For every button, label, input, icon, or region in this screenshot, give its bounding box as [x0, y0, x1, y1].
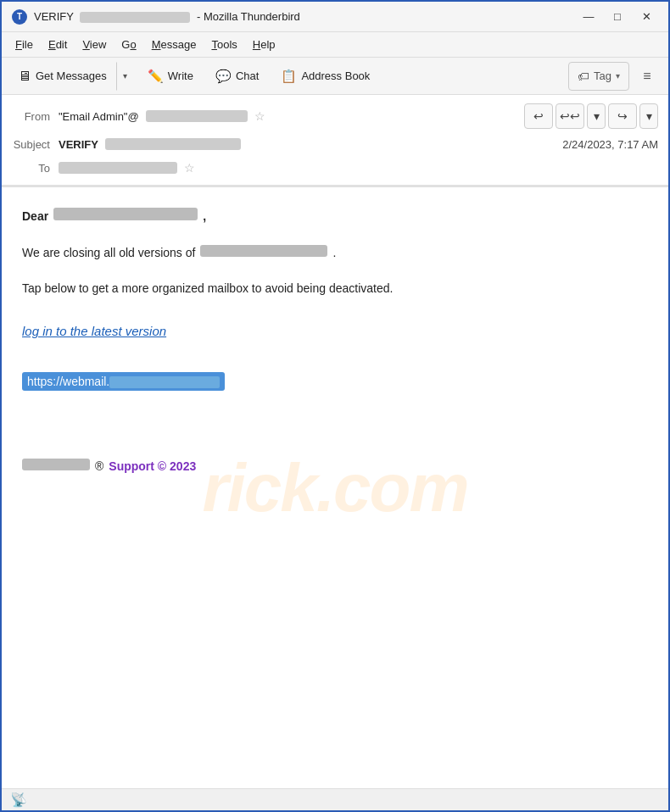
menu-message[interactable]: Message [145, 36, 204, 53]
menu-file[interactable]: File [8, 36, 40, 53]
address-book-icon: 📋 [281, 69, 297, 84]
forward-dropdown-button[interactable]: ▾ [639, 103, 658, 129]
minimize-button[interactable]: — [577, 8, 600, 26]
from-value: "Email Admin"@ ☆ [59, 109, 524, 123]
url-start: https://webmail. [27, 375, 109, 388]
close-button[interactable]: ✕ [634, 8, 658, 26]
to-redacted [59, 162, 177, 174]
url-highlight[interactable]: https://webmail. [22, 372, 225, 391]
to-label: To [12, 162, 59, 175]
dear-line: Dear , [22, 208, 648, 223]
menu-tools[interactable]: Tools [204, 36, 243, 53]
email-date: 2/24/2023, 7:17 AM [562, 138, 658, 151]
hamburger-menu-button[interactable]: ≡ [633, 62, 662, 91]
closing-text-after: . [332, 243, 336, 262]
chat-button[interactable]: 💬 Chat [206, 62, 268, 91]
menu-view[interactable]: View [75, 36, 113, 53]
maximize-button[interactable]: □ [606, 8, 629, 26]
reply-button[interactable]: ↩ [524, 103, 553, 129]
to-star-icon[interactable]: ☆ [184, 161, 195, 175]
menu-edit[interactable]: Edit [42, 36, 74, 53]
main-window: T VERIFY - Mozilla Thunderbird — □ ✕ Fil… [0, 0, 670, 812]
forward-button[interactable]: ↪ [608, 103, 637, 129]
chat-label: Chat [236, 70, 259, 82]
closing-text-before: We are closing all old versions of [22, 243, 195, 262]
menu-help[interactable]: Help [246, 36, 282, 53]
email-body: rick.com Dear , We are closing all old v… [2, 187, 668, 788]
subject-label: Subject [12, 138, 59, 151]
tag-icon: 🏷 [578, 70, 589, 83]
status-bar: 📡 [2, 788, 668, 810]
to-row: To ☆ [12, 156, 658, 180]
menu-go[interactable]: Go [114, 36, 142, 53]
chat-icon: 💬 [215, 69, 232, 84]
company-name-redacted [22, 459, 90, 470]
subject-value: VERIFY [59, 138, 562, 151]
address-book-label: Address Book [301, 70, 370, 82]
get-messages-dropdown[interactable]: ▾ [116, 62, 135, 91]
subject-row: Subject VERIFY 2/24/2023, 7:17 AM [12, 132, 658, 156]
registered-symbol: ® [95, 459, 103, 473]
window-title: VERIFY - Mozilla Thunderbird [34, 10, 577, 23]
reply-buttons: ↩ ↩↩ ▾ ↪ ▾ [524, 103, 658, 129]
from-star-icon[interactable]: ☆ [254, 109, 265, 123]
write-button[interactable]: ✏️ Write [138, 62, 203, 91]
phishing-link[interactable]: log in to the latest version [22, 324, 648, 338]
url-domain-redacted [109, 376, 220, 388]
service-name-redacted [200, 245, 327, 257]
from-label: From [12, 110, 59, 123]
support-text: Support © 2023 [109, 459, 196, 473]
email-content: Dear , We are closing all old versions o… [22, 208, 648, 473]
tag-dropdown-icon: ▾ [616, 71, 620, 81]
from-row: From "Email Admin"@ ☆ ↩ ↩↩ ▾ ↪ ▾ [12, 100, 658, 132]
tap-text: Tap below to get a more organized mailbo… [22, 281, 393, 295]
address-book-button[interactable]: 📋 Address Book [271, 62, 379, 91]
email-header: From "Email Admin"@ ☆ ↩ ↩↩ ▾ ↪ ▾ Subject… [2, 95, 668, 186]
tap-below-para: Tap below to get a more organized mailbo… [22, 279, 648, 298]
closing-versions-para: We are closing all old versions of . [22, 243, 648, 262]
hamburger-icon: ≡ [643, 69, 650, 84]
from-redacted [146, 110, 248, 122]
dear-comma: , [203, 209, 206, 223]
get-messages-button[interactable]: 🖥 Get Messages [8, 62, 116, 91]
get-messages-label: Get Messages [36, 70, 107, 82]
to-value: ☆ [59, 161, 658, 175]
dear-name-redacted [53, 208, 198, 220]
dear-text: Dear [22, 209, 48, 223]
write-label: Write [168, 70, 193, 82]
subject-redacted [105, 138, 241, 150]
write-icon: ✏️ [148, 69, 164, 84]
reply-all-button[interactable]: ↩↩ [556, 103, 584, 129]
app-icon: T [12, 9, 27, 25]
from-text: "Email Admin"@ [59, 110, 139, 123]
reply-dropdown-button[interactable]: ▾ [587, 103, 606, 129]
subject-text: VERIFY [59, 138, 98, 151]
toolbar: 🖥 Get Messages ▾ ✏️ Write 💬 Chat 📋 Addre… [2, 58, 668, 95]
tag-label: Tag [594, 70, 611, 82]
support-line: ® Support © 2023 [22, 459, 648, 473]
url-container: https://webmail. [22, 372, 648, 425]
get-messages-icon: 🖥 [18, 69, 31, 84]
connection-status-icon: 📡 [10, 792, 27, 808]
title-bar: T VERIFY - Mozilla Thunderbird — □ ✕ [2, 2, 668, 32]
tag-button[interactable]: 🏷 Tag ▾ [568, 62, 629, 91]
menu-bar: File Edit View Go Message Tools Help [2, 32, 668, 58]
window-controls: — □ ✕ [577, 8, 658, 26]
